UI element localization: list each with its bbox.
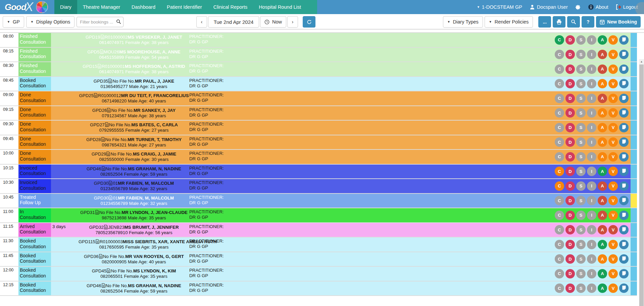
action-button-a[interactable]: A — [598, 94, 607, 103]
action-button-a[interactable]: A — [598, 181, 607, 191]
action-button-i[interactable]: I — [587, 254, 596, 264]
action-button-c[interactable]: C — [555, 269, 564, 278]
help-button[interactable]: ? — [582, 16, 594, 28]
note-button[interactable] — [619, 269, 629, 278]
action-button-v[interactable]: V — [608, 152, 618, 162]
prev-day-button[interactable]: ‹ — [196, 16, 207, 28]
nav-item-diary[interactable]: Diary — [54, 0, 77, 14]
action-button-i[interactable]: I — [587, 64, 596, 74]
nav-item-patient-identifier[interactable]: Patient Identifier — [161, 0, 208, 14]
action-button-c[interactable]: C — [555, 152, 564, 162]
action-button-d[interactable]: D — [565, 269, 575, 278]
action-button-d[interactable]: D — [565, 137, 575, 147]
print-button[interactable] — [553, 16, 565, 28]
action-button-a[interactable]: A — [598, 79, 607, 88]
action-button-c[interactable]: C — [555, 240, 564, 249]
action-button-v[interactable]: V — [608, 181, 618, 191]
note-button[interactable] — [619, 283, 629, 293]
booking-area[interactable]: Booked Consultation GPD45No File No.MS L… — [18, 267, 637, 281]
action-button-c[interactable]: C — [555, 108, 564, 118]
action-button-c[interactable]: C — [555, 64, 564, 74]
action-button-s[interactable]: S — [576, 167, 586, 176]
booking-row[interactable]: 11:15 Arrived Consultation 3 days GPD32J… — [0, 223, 637, 238]
action-button-v[interactable]: V — [608, 108, 618, 118]
action-button-c[interactable]: C — [555, 167, 564, 176]
nav-item-theatre-manager[interactable]: Theatre Manager — [77, 0, 126, 14]
action-button-d[interactable]: D — [565, 35, 575, 45]
render-policies-dropdown[interactable]: ▼ Render Policies — [485, 16, 533, 28]
booking-row[interactable]: 09:30 Done Consultation GPD27No File No.… — [0, 121, 637, 135]
action-button-s[interactable]: S — [576, 108, 586, 118]
scrollbar-thumb[interactable] — [639, 64, 644, 306]
action-button-a[interactable]: A — [598, 152, 607, 162]
booking-row[interactable]: 09:00 Done Consultation GPD25R01000012MR… — [0, 91, 637, 106]
booking-row[interactable]: 11:45 Booked Consultation GPD36No File N… — [0, 252, 637, 267]
booking-row[interactable]: 12:00 Booked Consultation GPD45No File N… — [0, 267, 637, 281]
action-button-i[interactable]: I — [587, 79, 596, 88]
note-button[interactable] — [619, 108, 629, 118]
note-button[interactable] — [619, 79, 629, 88]
action-button-c[interactable]: C — [555, 181, 564, 191]
booking-row[interactable]: 08:00 Finished Consultation GPD19R010000… — [0, 33, 637, 48]
action-button-a[interactable]: A — [598, 211, 607, 220]
booking-area[interactable]: Booked Consultation GPD35No File No.MR P… — [18, 77, 637, 91]
note-button[interactable] — [619, 64, 629, 74]
action-button-i[interactable]: I — [587, 108, 596, 118]
booking-row[interactable]: 10:30 Invoiced Consultation GPD3001MR FA… — [0, 179, 637, 194]
action-button-i[interactable]: I — [587, 50, 596, 59]
action-button-i[interactable]: I — [587, 269, 596, 278]
note-button[interactable] — [619, 196, 629, 205]
booking-area[interactable]: Done Consultation GPD25R01000012MR DU TE… — [18, 91, 637, 105]
action-button-v[interactable]: V — [608, 283, 618, 293]
action-button-c[interactable]: C — [555, 123, 564, 132]
action-button-a[interactable]: A — [598, 50, 607, 59]
action-button-s[interactable]: S — [576, 64, 586, 74]
note-button[interactable] — [619, 225, 629, 234]
action-button-s[interactable]: S — [576, 269, 586, 278]
action-button-s[interactable]: S — [576, 211, 586, 220]
action-button-d[interactable]: D — [565, 181, 575, 191]
action-button-v[interactable]: V — [608, 269, 618, 278]
action-button-c[interactable]: C — [555, 283, 564, 293]
booking-area[interactable]: Finished Consultation GPD5MOU26MS MOOREH… — [18, 48, 637, 62]
action-button-v[interactable]: V — [608, 167, 618, 176]
action-button-c[interactable]: C — [555, 196, 564, 205]
about-button[interactable]: About — [588, 4, 608, 10]
booking-row[interactable]: 10:00 Done Consultation GPD29No File No.… — [0, 150, 637, 165]
search-button[interactable] — [567, 16, 580, 28]
more-actions-button[interactable]: ... — [538, 16, 551, 28]
action-button-d[interactable]: D — [565, 240, 575, 249]
action-button-a[interactable]: A — [598, 225, 607, 234]
action-button-d[interactable]: D — [565, 79, 575, 88]
settings-button[interactable] — [575, 4, 581, 10]
action-button-s[interactable]: S — [576, 137, 586, 147]
booking-row[interactable]: 11:30 Booked Consultation GPD115R0100000… — [0, 237, 637, 252]
action-button-d[interactable]: D — [565, 225, 575, 234]
booking-row[interactable]: 10:15 Invoiced Consultation GPD46No File… — [0, 165, 637, 179]
booking-area[interactable]: Finished Consultation GPD15R01000001MS H… — [18, 62, 637, 76]
action-button-i[interactable]: I — [587, 225, 596, 234]
action-button-v[interactable]: V — [608, 211, 618, 220]
note-button[interactable] — [619, 181, 629, 191]
refresh-button[interactable] — [303, 16, 315, 28]
action-button-v[interactable]: V — [608, 123, 618, 132]
action-button-a[interactable]: A — [598, 196, 607, 205]
action-button-c[interactable]: C — [555, 254, 564, 264]
nav-item-hospital-round-list[interactable]: Hospital Round List — [253, 0, 307, 14]
date-display[interactable]: Tue 2nd Apr 2024 — [208, 16, 259, 28]
action-button-s[interactable]: S — [576, 94, 586, 103]
action-button-d[interactable]: D — [565, 123, 575, 132]
scroll-up-arrow[interactable]: ▲ — [639, 59, 644, 64]
action-button-c[interactable]: C — [555, 79, 564, 88]
action-button-v[interactable]: V — [608, 35, 618, 45]
booking-area[interactable]: In Consultation GPD31No File No.MR LYNDO… — [18, 208, 637, 222]
action-button-d[interactable]: D — [565, 254, 575, 264]
action-button-d[interactable]: D — [565, 283, 575, 293]
action-button-c[interactable]: C — [555, 211, 564, 220]
new-booking-button[interactable]: New Booking — [596, 16, 641, 28]
nav-item-dashboard[interactable]: Dashboard — [126, 0, 161, 14]
action-button-i[interactable]: I — [587, 181, 596, 191]
action-button-v[interactable]: V — [608, 137, 618, 147]
diary-types-dropdown[interactable]: ▼ Diary Types — [443, 16, 483, 28]
action-button-d[interactable]: D — [565, 196, 575, 205]
